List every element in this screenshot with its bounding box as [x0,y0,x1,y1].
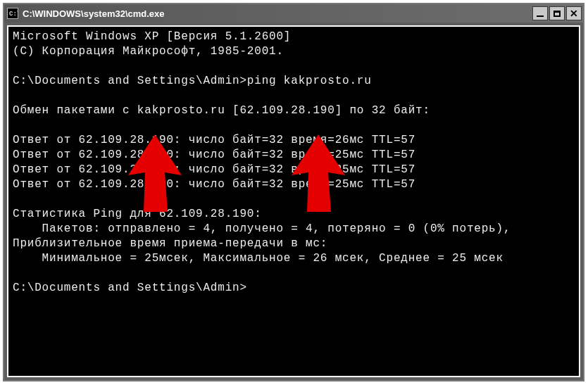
maximize-button[interactable] [549,6,565,20]
terminal-line: Статистика Ping для 62.109.28.190: [13,207,575,222]
terminal-line: (С) Корпорация Майкрософт, 1985-2001. [13,44,575,59]
terminal-line [13,266,575,281]
terminal-output[interactable]: Microsoft Windows XP [Версия 5.1.2600](С… [8,27,579,376]
window-title: C:\WINDOWS\system32\cmd.exe [23,8,532,19]
terminal-line: C:\Documents and Settings\Admin>ping kak… [13,74,575,89]
terminal-line: Приблизительное время приема-передачи в … [13,236,575,251]
terminal-line: Пакетов: отправлено = 4, получено = 4, п… [13,222,575,236]
terminal-line: Ответ от 62.109.28.190: число байт=32 вр… [13,133,575,148]
svg-text:C:\: C:\ [9,11,18,18]
close-button[interactable]: ✕ [566,6,582,20]
terminal-line: C:\Documents and Settings\Admin> [13,281,575,296]
terminal-line: Ответ от 62.109.28.190: число байт=32 вр… [13,148,575,163]
terminal-line: Минимальное = 25мсек, Максимальное = 26 … [13,251,575,266]
terminal-line: Microsoft Windows XP [Версия 5.1.2600] [13,30,575,44]
cmd-icon: C:\ [7,8,18,19]
terminal-line [13,192,575,207]
client-area: Microsoft Windows XP [Версия 5.1.2600](С… [7,25,580,377]
terminal-line: Ответ от 62.109.28.190: число байт=32 вр… [13,177,575,192]
window-buttons: ✕ [532,6,582,20]
terminal-line [13,89,575,103]
terminal-line [13,59,575,74]
terminal-line: Ответ от 62.109.28.190: число байт=32 вр… [13,163,575,177]
terminal-line [13,118,575,133]
cmd-window: C:\ C:\WINDOWS\system32\cmd.exe ✕ Micros… [3,3,584,381]
terminal-line: Обмен пакетами с kakprosto.ru [62.109.28… [13,103,575,118]
titlebar: C:\ C:\WINDOWS\system32\cmd.exe ✕ [4,4,583,23]
minimize-button[interactable] [532,6,548,20]
